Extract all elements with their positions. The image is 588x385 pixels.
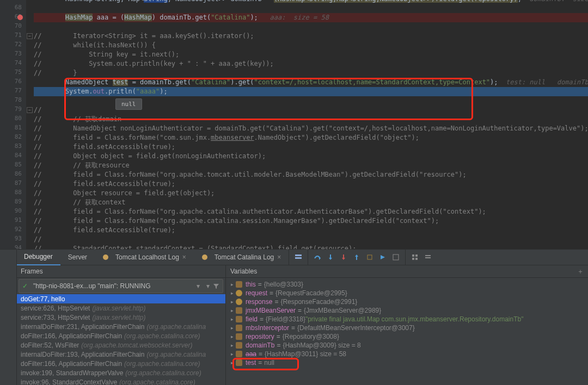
chevron-down-icon: ▾ — [197, 282, 200, 290]
debug-left-toolbar[interactable] — [0, 250, 17, 385]
stack-frame[interactable]: service:733, HttpServlet(javax.servlet.h… — [16, 313, 225, 322]
code-line[interactable]: // System.out.println(key + " : " + aaa.… — [34, 59, 588, 69]
call-stack[interactable]: doGet:77, helloservice:626, HttpServlet(… — [16, 294, 225, 385]
svg-rect-3 — [295, 257, 302, 259]
code-line[interactable]: // field = Class.forName("com.sun.jmx.mb… — [34, 133, 588, 142]
code-line[interactable]: // field = Class.forName("org.apache.cat… — [34, 207, 588, 216]
chevron-down-icon[interactable]: ▾ — [206, 282, 210, 290]
svg-rect-10 — [425, 255, 431, 256]
stack-frame[interactable]: invoke:199, StandardWrapperValve(org.apa… — [16, 368, 225, 377]
code-line[interactable]: NamedObject test = domainTb.get("Catalin… — [34, 78, 588, 87]
fold-icon[interactable]: − — [27, 107, 33, 113]
code-line[interactable]: // field.setAccessible(true); — [34, 142, 588, 152]
hover-tooltip: null — [115, 98, 142, 110]
force-step-into-icon[interactable] — [340, 253, 347, 261]
code-line[interactable]: // while(it.hasNext()) { — [34, 41, 588, 50]
tab-server[interactable]: Server — [60, 250, 95, 265]
variables-pane: Variables＋ ▸this={hello@3303}▸request={R… — [226, 265, 588, 385]
list-icon[interactable] — [424, 253, 432, 261]
evaluate-icon[interactable] — [392, 253, 400, 261]
code-line[interactable]: // } — [34, 69, 588, 78]
variable-row[interactable]: ▸this={hello@3303} — [226, 280, 588, 289]
variables-list[interactable]: ▸this={hello@3303}▸request={RequestFacad… — [226, 278, 588, 385]
stack-frame[interactable]: doGet:77, hello — [16, 294, 225, 303]
grid-icon[interactable] — [411, 253, 419, 261]
variable-row[interactable]: ▸domainTb={HashMap@3009} size = 8 — [226, 341, 588, 350]
variable-row[interactable]: ▸repository={Repository@3008} — [226, 332, 588, 341]
code-line[interactable]: HashMap<String, Map<String, NamedObject>… — [34, 0, 588, 4]
code-line[interactable]: // field = Class.forName("org.apache.cat… — [34, 216, 588, 226]
code-editor[interactable]: 6768697071727374757677787980818283848586… — [0, 0, 588, 249]
code-line[interactable]: // // 获取domain — [34, 115, 588, 124]
svg-point-0 — [103, 254, 108, 260]
code-line[interactable] — [34, 4, 588, 13]
svg-rect-9 — [415, 258, 418, 260]
add-icon[interactable]: ＋ — [577, 267, 584, 276]
variable-row[interactable]: ▸response={ResponseFacade@2991} — [226, 297, 588, 306]
code-line[interactable]: // StandardContext standardContext = (St… — [34, 244, 588, 249]
svg-rect-7 — [415, 254, 418, 257]
code-line[interactable]: System.out.pri​tln("aaaa"); — [34, 87, 588, 96]
breakpoint-column[interactable] — [13, 0, 24, 249]
code-line[interactable]: // field = Class.forName("org.apache.tom… — [34, 170, 588, 179]
thread-name: "http-nio-8081-ex...up "main": RUNNING — [33, 282, 193, 290]
tomcat-icon — [201, 254, 208, 260]
stack-frame[interactable]: doFilter:52, WsFilter(org.apache.tomcat.… — [16, 340, 225, 350]
stack-frame[interactable]: doFilter:166, ApplicationFilterChain(org… — [16, 331, 225, 340]
debug-panel: Debugger Server Tomcat Localhost Log× To… — [0, 249, 588, 385]
variable-row[interactable]: ▸field={Field@3318} "private final java.… — [226, 315, 588, 324]
tab-label: Tomcat Localhost Log — [115, 253, 179, 261]
code-line[interactable]: // String key = it.next(); — [34, 50, 588, 59]
svg-rect-4 — [367, 255, 372, 259]
variables-header: Variables — [230, 268, 257, 275]
code-line[interactable]: // // 获取resource — [34, 161, 588, 170]
tab-debugger[interactable]: Debugger — [16, 249, 60, 266]
stack-frame[interactable]: doFilter:166, ApplicationFilterChain(org… — [16, 359, 225, 368]
stack-frame[interactable]: internalDoFilter:193, ApplicationFilterC… — [16, 350, 225, 359]
svg-rect-2 — [295, 254, 302, 256]
tab-catalina-log[interactable]: Tomcat Catalina Log× — [194, 250, 289, 265]
frames-pane: Frames ✓ "http-nio-8081-ex...up "main": … — [16, 265, 226, 385]
code-line[interactable]: // NamedObject nonLoginAuthenticator = d… — [34, 124, 588, 133]
step-into-icon[interactable] — [327, 253, 334, 261]
stack-frame[interactable]: invoke:96, StandardContextValve(org.apac… — [16, 377, 225, 385]
code-line[interactable]: // — [34, 235, 588, 244]
svg-rect-6 — [412, 254, 414, 257]
filter-icon[interactable] — [213, 283, 219, 289]
code-line[interactable] — [34, 22, 588, 32]
fold-column[interactable]: −− — [26, 0, 33, 249]
variable-row[interactable]: ▸mbsInterceptor={DefaultMBeanServerInter… — [226, 324, 588, 332]
tab-label: Tomcat Catalina Log — [215, 253, 274, 261]
breakpoint-icon[interactable] — [17, 15, 23, 20]
variable-row[interactable]: ▸request={RequestFacade@2995} — [226, 289, 588, 297]
code-line[interactable]: // field.setAccessible(true); — [34, 179, 588, 189]
step-toolbar — [308, 250, 405, 265]
close-icon[interactable]: × — [277, 253, 281, 261]
code-line[interactable]: // field.setAccessible(true); — [34, 226, 588, 235]
stack-frame[interactable]: service:626, HttpServlet(javax.servlet.h… — [16, 303, 225, 313]
step-over-icon[interactable] — [314, 253, 321, 261]
tomcat-icon — [102, 254, 109, 260]
layout-icon[interactable] — [295, 253, 302, 261]
svg-rect-11 — [425, 257, 431, 258]
fold-icon[interactable]: − — [27, 33, 33, 39]
code-line[interactable]: // Object object = field.get(nonLoginAut… — [34, 152, 588, 161]
code-line[interactable]: // Object resource = field.get(object); — [34, 189, 588, 198]
thread-selector[interactable]: ✓ "http-nio-8081-ex...up "main": RUNNING… — [19, 279, 223, 293]
svg-point-1 — [202, 254, 207, 260]
close-icon[interactable]: × — [182, 253, 186, 261]
debug-tabs: Debugger Server Tomcat Localhost Log× To… — [16, 250, 588, 265]
variable-row[interactable]: ▸jmxMBeanServer={JmxMBeanServer@2989} — [226, 306, 588, 315]
code-line[interactable]: HashMap aaa = (HashMap) domainTb.get("Ca… — [34, 13, 588, 22]
code-line[interactable]: // Iterator<String> it = aaa.keySet().it… — [34, 32, 588, 41]
code-line[interactable]: // // 获取context — [34, 198, 588, 207]
variable-row[interactable]: ▸test=null — [226, 358, 588, 367]
run-to-cursor-icon[interactable] — [379, 253, 387, 261]
svg-rect-8 — [412, 258, 414, 260]
stack-frame[interactable]: internalDoFilter:231, ApplicationFilterC… — [16, 322, 225, 331]
drop-frame-icon[interactable] — [366, 253, 373, 261]
tab-localhost-log[interactable]: Tomcat Localhost Log× — [95, 250, 194, 265]
step-out-icon[interactable] — [353, 253, 360, 261]
variable-row[interactable]: ▸aaa={HashMap@3011} size = 58 — [226, 350, 588, 358]
view-toolbar — [405, 250, 437, 265]
